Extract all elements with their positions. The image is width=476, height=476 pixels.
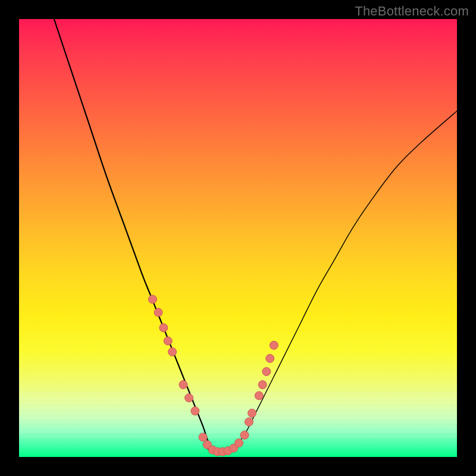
marker-dot — [240, 431, 249, 439]
marker-dot — [266, 354, 274, 362]
marker-dot — [185, 394, 193, 402]
marker-dot — [270, 341, 278, 349]
chart-svg — [19, 19, 457, 457]
marker-dot — [245, 418, 253, 426]
marker-dot — [154, 308, 162, 317]
left-curve — [54, 19, 216, 453]
watermark-text: TheBottleneck.com — [355, 4, 469, 19]
marker-dot — [258, 381, 267, 389]
marker-dot — [248, 409, 256, 417]
marker-dot — [199, 433, 207, 441]
marker-dot — [148, 295, 156, 303]
right-curve — [229, 111, 457, 453]
marker-dot — [234, 439, 243, 447]
marker-dot — [262, 367, 271, 375]
marker-dot — [191, 407, 199, 415]
marker-dot — [255, 392, 263, 400]
marker-dot — [168, 347, 177, 356]
marker-group — [148, 295, 278, 456]
plot-area — [19, 19, 457, 457]
marker-dot — [164, 337, 172, 345]
marker-dot — [159, 324, 168, 332]
chart-frame: TheBottleneck.com — [0, 0, 476, 476]
marker-dot — [179, 381, 187, 389]
